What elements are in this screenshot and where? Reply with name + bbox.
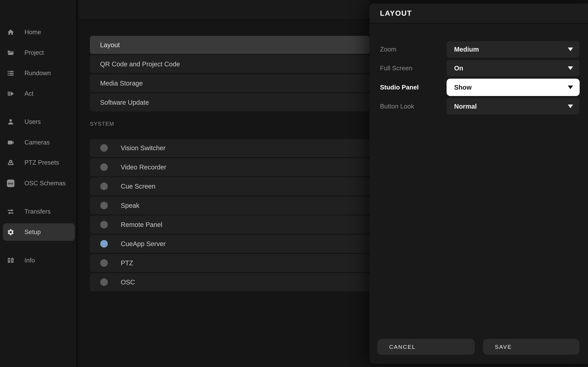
field-zoom: Zoom Medium (370, 41, 588, 58)
button-look-select[interactable]: Normal (447, 98, 580, 115)
status-dot (100, 183, 108, 190)
system-item-cueapp-server[interactable]: CueApp Server (90, 235, 370, 253)
layout-settings-panel: LAYOUT Zoom Medium Full Screen On Studio… (370, 3, 588, 364)
user-icon (7, 118, 14, 126)
status-dot (100, 221, 108, 228)
sidebar-item-info[interactable]: Info (3, 252, 75, 269)
sidebar-item-setup[interactable]: Setup (3, 223, 75, 241)
main-content: Layout QR Code and Project Code Media St… (79, 0, 370, 367)
field-label: Studio Panel (380, 79, 419, 96)
studio-panel-select[interactable]: Show (447, 79, 580, 96)
sidebar-item-label: Info (25, 257, 35, 264)
sidebar-item-osc-schemas[interactable]: osc OSC Schemas (3, 175, 75, 192)
sidebar-item-label: Setup (25, 229, 41, 236)
book-info-icon (7, 257, 14, 264)
system-item-label: Speak (121, 202, 139, 209)
system-item-vision-switcher[interactable]: Vision Switcher (90, 139, 370, 157)
transfer-arrows-icon (7, 208, 14, 216)
system-services-list: Vision Switcher Video Recorder Cue Scree… (90, 139, 370, 292)
sidebar-item-project[interactable]: Project (3, 44, 75, 61)
sidebar-item-label: Users (25, 118, 41, 125)
field-full-screen: Full Screen On (370, 60, 588, 76)
settings-item-label: Software Update (100, 99, 149, 106)
video-camera-icon (7, 139, 14, 146)
sidebar-item-label: OSC Schemas (25, 180, 66, 187)
list-icon (7, 69, 14, 77)
sidebar: Home Project Rundown (0, 0, 78, 367)
settings-item-software-update[interactable]: Software Update (90, 93, 370, 111)
field-label: Full Screen (380, 60, 412, 76)
system-item-label: Cue Screen (121, 183, 155, 190)
system-item-label: PTZ (121, 259, 133, 267)
sidebar-item-label: Home (25, 29, 41, 36)
select-value: Normal (454, 103, 477, 110)
sidebar-item-act[interactable]: Act (3, 85, 75, 102)
system-item-speak[interactable]: Speak (90, 196, 370, 215)
sidebar-item-label: Cameras (25, 139, 50, 146)
home-icon (7, 28, 14, 36)
system-item-osc[interactable]: OSC (90, 273, 370, 291)
app-window: Home Project Rundown (0, 0, 588, 367)
system-item-label: Remote Panel (121, 221, 162, 228)
status-dot (100, 240, 108, 248)
status-dot (100, 144, 108, 152)
osc-badge-icon: osc (7, 180, 14, 187)
field-studio-panel: Studio Panel Show (370, 79, 588, 96)
settings-item-label: Layout (100, 41, 120, 49)
status-dot (100, 278, 108, 286)
sidebar-item-transfers[interactable]: Transfers (3, 203, 75, 220)
settings-item-media-storage[interactable]: Media Storage (90, 74, 370, 92)
chevron-down-icon (568, 66, 573, 70)
sidebar-item-cameras[interactable]: Cameras (3, 134, 75, 151)
settings-item-label: Media Storage (100, 80, 143, 87)
sidebar-item-label: Transfers (25, 208, 51, 215)
cancel-button[interactable]: CANCEL (377, 339, 475, 355)
status-dot (100, 163, 108, 171)
select-value: Medium (454, 46, 479, 53)
sidebar-item-label: Act (25, 90, 34, 97)
zoom-select[interactable]: Medium (447, 41, 580, 58)
sidebar-item-label: Project (25, 49, 44, 56)
folder-open-icon (7, 49, 14, 57)
system-item-label: Vision Switcher (121, 144, 165, 152)
sidebar-item-ptz-presets[interactable]: PTZ Presets (3, 154, 75, 171)
sidebar-item-label: Rundown (25, 70, 51, 77)
system-item-video-recorder[interactable]: Video Recorder (90, 158, 370, 176)
select-value: On (454, 65, 463, 72)
chevron-down-icon (568, 85, 573, 89)
sidebar-item-users[interactable]: Users (3, 113, 75, 131)
system-item-label: CueApp Server (121, 240, 165, 248)
gear-icon (7, 228, 14, 236)
panel-header: LAYOUT (370, 3, 588, 24)
select-value: Show (454, 84, 472, 91)
system-item-label: Video Recorder (121, 164, 166, 171)
status-dot (100, 202, 108, 209)
chevron-down-icon (568, 48, 573, 51)
system-item-remote-panel[interactable]: Remote Panel (90, 216, 370, 234)
field-label: Zoom (380, 41, 396, 58)
sidebar-item-label: PTZ Presets (25, 159, 59, 166)
play-bars-icon (7, 90, 14, 98)
ptz-camera-icon (7, 159, 14, 167)
system-item-ptz[interactable]: PTZ (90, 254, 370, 272)
settings-item-label: QR Code and Project Code (100, 60, 180, 68)
panel-title: LAYOUT (380, 9, 412, 17)
status-dot (100, 259, 108, 267)
setup-settings-list: Layout QR Code and Project Code Media St… (90, 36, 370, 113)
system-section-heading: SYSTEM (90, 121, 114, 127)
full-screen-select[interactable]: On (447, 60, 580, 76)
settings-item-layout[interactable]: Layout (90, 36, 370, 54)
sidebar-item-home[interactable]: Home (3, 24, 75, 41)
settings-item-qr-code[interactable]: QR Code and Project Code (90, 55, 370, 73)
save-button[interactable]: SAVE (483, 339, 579, 355)
chevron-down-icon (568, 105, 573, 108)
sidebar-item-rundown[interactable]: Rundown (3, 64, 75, 82)
field-label: Button Look (380, 98, 414, 115)
system-item-label: OSC (121, 279, 135, 286)
system-item-cue-screen[interactable]: Cue Screen (90, 177, 370, 195)
content-top-band (79, 0, 370, 20)
field-button-look: Button Look Normal (370, 98, 588, 115)
